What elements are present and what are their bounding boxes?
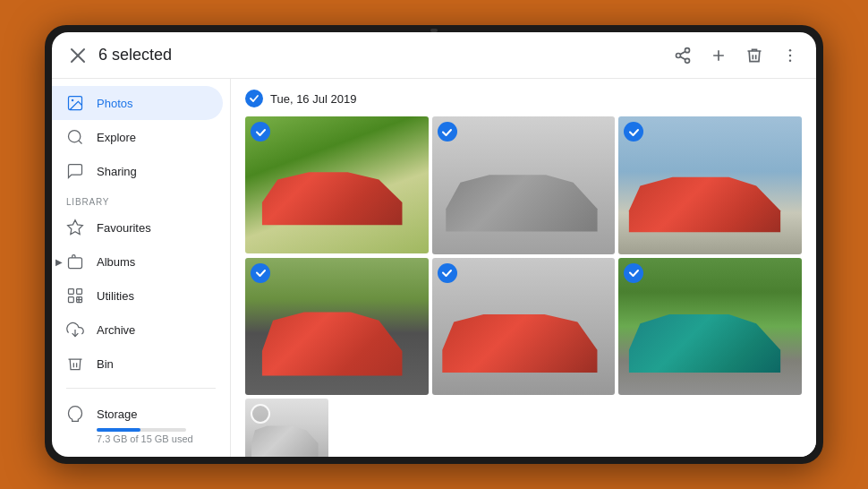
date-check-icon	[245, 90, 263, 107]
photo-cell-1[interactable]	[245, 116, 429, 253]
sharing-icon	[66, 162, 84, 180]
photo-check-6	[624, 263, 643, 283]
albums-label: Albums	[97, 255, 135, 269]
svg-point-10	[789, 54, 792, 56]
main-content: Tue, 16 Jul 2019	[231, 79, 816, 457]
archive-label: Archive	[97, 323, 135, 337]
storage-used-text: 7.3 GB of 15 GB used	[97, 433, 216, 444]
utilities-label: Utilities	[97, 289, 134, 303]
svg-line-15	[79, 141, 82, 144]
sidebar-item-sharing[interactable]: Sharing	[52, 154, 223, 188]
sidebar: Photos Explore S	[52, 79, 231, 457]
bin-icon	[66, 355, 84, 373]
sidebar-item-explore[interactable]: Explore	[52, 120, 223, 154]
explore-icon	[66, 128, 84, 146]
photo-cell-2[interactable]	[432, 116, 616, 254]
bin-label: Bin	[97, 357, 114, 371]
sidebar-item-photos[interactable]: Photos	[52, 86, 223, 120]
header: 6 selected	[52, 32, 816, 79]
share-button[interactable]	[673, 46, 693, 65]
favourites-label: Favourites	[97, 221, 151, 235]
add-button[interactable]	[709, 46, 728, 65]
photo-check-1	[251, 122, 270, 142]
photo-bg-3	[618, 116, 802, 254]
date-header: Tue, 16 Jul 2019	[245, 90, 802, 107]
photo-grid-row3	[245, 399, 802, 457]
sidebar-item-albums[interactable]: ▶ Albums	[52, 244, 223, 279]
photo-uncheck-7	[251, 404, 270, 424]
favourites-icon	[66, 219, 84, 236]
content-area: Photos Explore S	[52, 79, 816, 457]
svg-marker-16	[68, 220, 83, 235]
photo-cell-5[interactable]	[432, 258, 616, 396]
storage-bar	[97, 428, 186, 432]
sidebar-item-archive[interactable]: Archive	[52, 313, 223, 347]
photo-grid-row2	[245, 258, 802, 396]
header-actions	[673, 46, 800, 65]
photos-icon	[66, 94, 84, 112]
photo-cell-3[interactable]	[618, 116, 802, 254]
photo-check-2	[438, 122, 457, 142]
photo-bg-5	[432, 258, 616, 396]
photo-grid-row1	[245, 116, 802, 254]
device-frame: 6 selected	[45, 25, 823, 464]
photo-bg-6	[618, 258, 802, 396]
archive-icon	[66, 321, 84, 339]
svg-point-14	[69, 131, 81, 142]
utilities-icon	[66, 287, 84, 305]
photo-cell-4[interactable]	[245, 258, 429, 395]
date-label: Tue, 16 Jul 2019	[270, 92, 356, 106]
sidebar-item-bin[interactable]: Bin	[52, 347, 223, 381]
albums-expand-arrow: ▶	[55, 257, 63, 267]
sidebar-divider	[66, 388, 216, 389]
svg-rect-18	[69, 289, 74, 295]
photo-check-4	[251, 263, 270, 283]
sidebar-item-utilities[interactable]: Utilities	[52, 279, 223, 313]
delete-button[interactable]	[745, 46, 764, 65]
more-button[interactable]	[780, 46, 800, 65]
svg-point-11	[789, 59, 792, 62]
svg-point-2	[685, 47, 690, 52]
library-section-label: LIBRARY	[52, 188, 230, 210]
sidebar-item-favourites[interactable]: Favourites	[52, 210, 223, 244]
albums-icon	[66, 253, 84, 270]
svg-rect-17	[69, 258, 82, 269]
svg-line-6	[680, 51, 685, 54]
svg-rect-20	[69, 297, 74, 303]
photo-bg-4	[245, 258, 429, 395]
svg-point-9	[789, 48, 792, 51]
photos-label: Photos	[97, 97, 132, 110]
explore-label: Explore	[97, 131, 136, 144]
svg-point-3	[677, 53, 681, 57]
close-button[interactable]	[68, 46, 88, 65]
svg-line-5	[680, 56, 685, 59]
selection-count: 6 selected	[98, 46, 172, 64]
photo-bg-2	[432, 116, 616, 254]
storage-item: Storage	[66, 405, 216, 423]
screen: 6 selected	[52, 32, 816, 457]
storage-section: Storage 7.3 GB of 15 GB used	[52, 396, 230, 453]
photo-cell-6[interactable]	[618, 258, 802, 396]
sharing-label: Sharing	[97, 165, 137, 178]
storage-icon	[66, 405, 84, 423]
storage-bar-fill	[97, 428, 140, 432]
header-left: 6 selected	[68, 46, 172, 65]
photo-cell-7[interactable]	[245, 399, 328, 457]
svg-rect-19	[77, 289, 82, 295]
storage-label: Storage	[97, 408, 138, 421]
photo-bg-1	[245, 116, 429, 253]
svg-point-4	[685, 58, 690, 63]
photo-check-5	[438, 263, 457, 283]
svg-point-13	[72, 99, 74, 102]
